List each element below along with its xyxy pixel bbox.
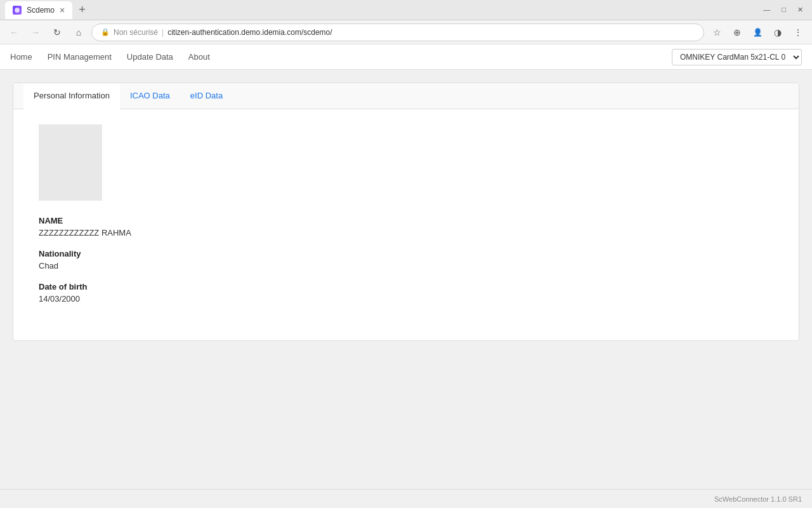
- tab-personal-info[interactable]: Personal Information: [23, 83, 120, 109]
- bookmark-button[interactable]: ☆: [708, 23, 726, 41]
- tab-content-personal-info: NAME ZZZZZZZZZZZZ RAHMA Nationality Chad…: [13, 109, 799, 340]
- dob-value: 14/03/2000: [39, 294, 773, 304]
- url-bar[interactable]: 🔒 Non sécurisé | citizen-authentication.…: [91, 23, 704, 41]
- tabs-header: Personal Information ICAO Data eID Data: [13, 83, 799, 109]
- close-button[interactable]: ✕: [794, 4, 807, 15]
- nav-item-update-data[interactable]: Update Data: [127, 50, 173, 64]
- url-text: citizen-authentication.demo.idemia.com/s…: [167, 28, 332, 37]
- home-button[interactable]: ⌂: [70, 23, 88, 41]
- menu-button[interactable]: ⋮: [789, 23, 807, 41]
- tab-eid-data[interactable]: eID Data: [180, 83, 233, 109]
- maximize-button[interactable]: □: [778, 4, 790, 15]
- tab-label: Scdemo: [27, 6, 55, 15]
- main-content: Personal Information ICAO Data eID Data …: [0, 70, 812, 489]
- photo-placeholder: [39, 124, 102, 201]
- toolbar-icons: ☆ ⊕ 👤 ◑ ⋮: [708, 23, 807, 41]
- device-select[interactable]: OMNIKEY CardMan 5x21-CL 0: [672, 49, 802, 65]
- nav-item-home[interactable]: Home: [10, 50, 32, 64]
- footer: ScWebConnector 1.1.0 SR1: [0, 489, 812, 508]
- new-tab-button[interactable]: +: [75, 3, 89, 17]
- name-value: ZZZZZZZZZZZZ RAHMA: [39, 228, 773, 237]
- nationality-value: Chad: [39, 261, 773, 271]
- url-separator: |: [162, 28, 164, 37]
- minimize-button[interactable]: —: [759, 4, 774, 15]
- tab-icao-data[interactable]: ICAO Data: [120, 83, 180, 109]
- nav-item-about[interactable]: About: [188, 50, 210, 64]
- tab-close-button[interactable]: ×: [60, 6, 65, 15]
- content-card: Personal Information ICAO Data eID Data …: [13, 83, 799, 341]
- cast-button[interactable]: ◑: [769, 23, 787, 41]
- lock-icon: 🔒: [101, 28, 110, 36]
- nav-menu: Home PIN Management Update Data About OM…: [0, 44, 812, 70]
- dob-label: Date of birth: [39, 282, 773, 291]
- extensions-button[interactable]: ⊕: [728, 23, 746, 41]
- nationality-label: Nationality: [39, 249, 773, 258]
- browser-tab[interactable]: Scdemo ×: [5, 1, 72, 19]
- profile-button[interactable]: 👤: [749, 23, 766, 41]
- title-bar: Scdemo × + — □ ✕: [0, 0, 812, 20]
- back-button[interactable]: ←: [5, 23, 23, 41]
- refresh-button[interactable]: ↻: [48, 23, 66, 41]
- nav-item-pin-management[interactable]: PIN Management: [48, 50, 112, 64]
- version-label: ScWebConnector 1.1.0 SR1: [714, 495, 802, 503]
- nonsecure-label: Non sécurisé: [114, 28, 158, 37]
- name-label: NAME: [39, 216, 773, 225]
- window-controls: — □ ✕: [759, 4, 807, 15]
- forward-button[interactable]: →: [27, 23, 44, 41]
- tab-favicon: [13, 6, 22, 15]
- address-bar: ← → ↻ ⌂ 🔒 Non sécurisé | citizen-authent…: [0, 20, 812, 44]
